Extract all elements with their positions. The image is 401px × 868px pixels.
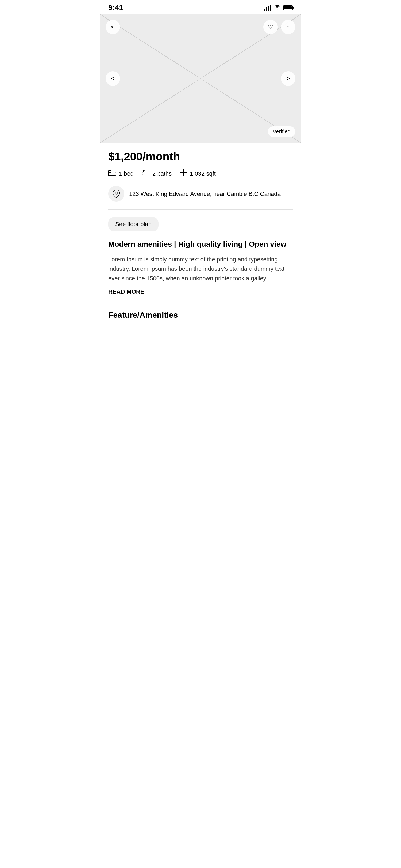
image-prev-button[interactable]: <: [105, 71, 120, 86]
status-bar: 9:41: [100, 0, 301, 14]
bed-label: 1 bed: [119, 170, 134, 177]
status-time: 9:41: [108, 3, 123, 12]
status-icons: [264, 5, 293, 11]
location-icon: [108, 186, 124, 202]
share-button[interactable]: ↑: [281, 20, 296, 34]
svg-point-10: [115, 192, 117, 194]
listing-title: Modern amenities | High quality living |…: [108, 239, 293, 249]
address-section: 123 West King Edward Avenue, near Cambie…: [108, 186, 293, 202]
favorite-button[interactable]: ♡: [263, 20, 278, 34]
bath-icon: [142, 169, 150, 178]
amenities-title: Feature/Amenities: [108, 311, 293, 320]
address-text: 123 West King Edward Avenue, near Cambie…: [129, 189, 281, 198]
bath-stat: 2 baths: [142, 169, 172, 178]
bed-icon: [108, 169, 116, 178]
back-button[interactable]: <: [105, 20, 120, 34]
wifi-icon: [274, 5, 280, 11]
sqft-stat: 1,032 sqft: [180, 169, 216, 178]
property-stats: 1 bed 2 baths 1,032 sqft: [108, 169, 293, 178]
sqft-icon: [180, 169, 187, 178]
signal-bars-icon: [264, 5, 271, 11]
verified-badge: Verified: [268, 126, 296, 137]
read-more-button[interactable]: READ MORE: [108, 288, 293, 295]
bed-stat: 1 bed: [108, 169, 134, 178]
image-next-button[interactable]: >: [281, 71, 296, 86]
top-navigation: < ♡ ↑: [100, 20, 301, 34]
sqft-label: 1,032 sqft: [190, 170, 216, 177]
listing-price: $1,200/month: [108, 150, 293, 163]
battery-icon: [283, 5, 293, 10]
property-image-area: < ♡ ↑ < > Verified: [100, 14, 301, 143]
svg-rect-4: [142, 172, 149, 175]
divider-1: [108, 209, 293, 210]
listing-description: Lorem Ipsum is simply dummy text of the …: [108, 255, 293, 283]
floor-plan-button[interactable]: See floor plan: [108, 217, 158, 231]
bath-label: 2 baths: [152, 170, 172, 177]
listing-content: $1,200/month 1 bed: [100, 143, 301, 320]
